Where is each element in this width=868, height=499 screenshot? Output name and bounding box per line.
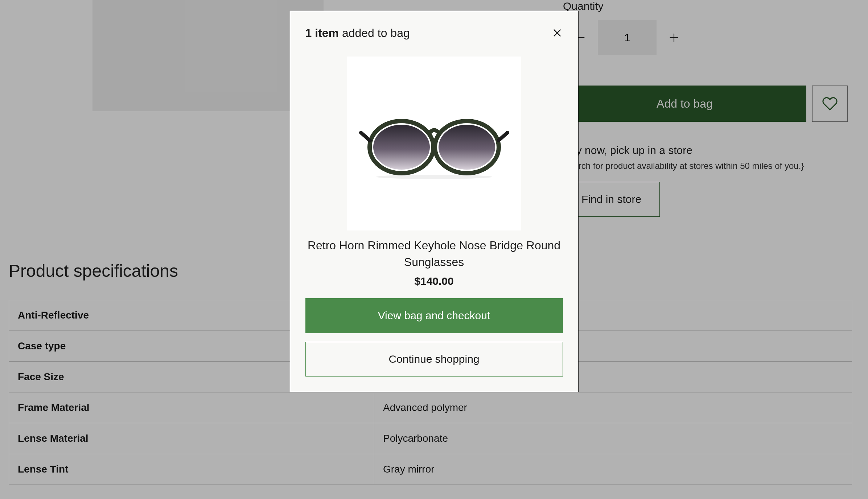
modal-title: 1 item added to bag [305, 26, 410, 40]
modal-item-count: 1 item [305, 26, 339, 39]
modal-product-name: Retro Horn Rimmed Keyhole Nose Bridge Ro… [305, 237, 563, 271]
modal-title-suffix: added to bag [339, 26, 410, 39]
close-icon [551, 26, 563, 38]
added-to-bag-modal: 1 item added to bag [290, 11, 579, 392]
modal-product-price: $140.00 [305, 275, 563, 287]
modal-close-button[interactable] [551, 26, 563, 39]
svg-point-4 [373, 125, 430, 170]
modal-overlay[interactable]: 1 item added to bag [0, 0, 868, 499]
continue-shopping-button[interactable]: Continue shopping [305, 342, 563, 377]
svg-point-7 [376, 175, 492, 179]
modal-product-image [347, 57, 521, 230]
svg-point-6 [439, 125, 495, 170]
sunglasses-icon [358, 107, 510, 180]
view-bag-button[interactable]: View bag and checkout [305, 298, 563, 333]
